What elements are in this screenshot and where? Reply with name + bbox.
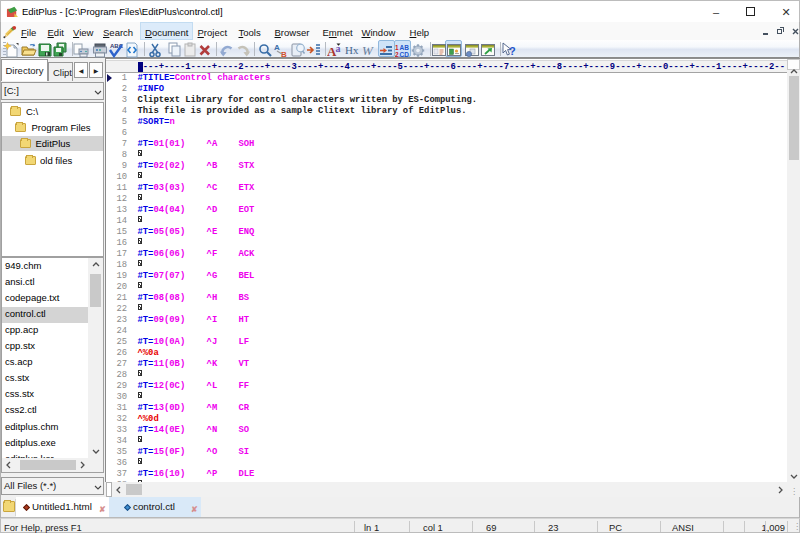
svg-text:W: W <box>362 43 374 58</box>
svg-text:?: ? <box>509 45 516 57</box>
svg-text:A: A <box>274 43 280 52</box>
svg-text:AB: AB <box>400 43 410 50</box>
svg-text:1: 1 <box>395 43 399 50</box>
svg-text:CD: CD <box>400 51 410 58</box>
svg-text:2: 2 <box>395 51 399 58</box>
svg-text:Hx: Hx <box>345 44 359 56</box>
